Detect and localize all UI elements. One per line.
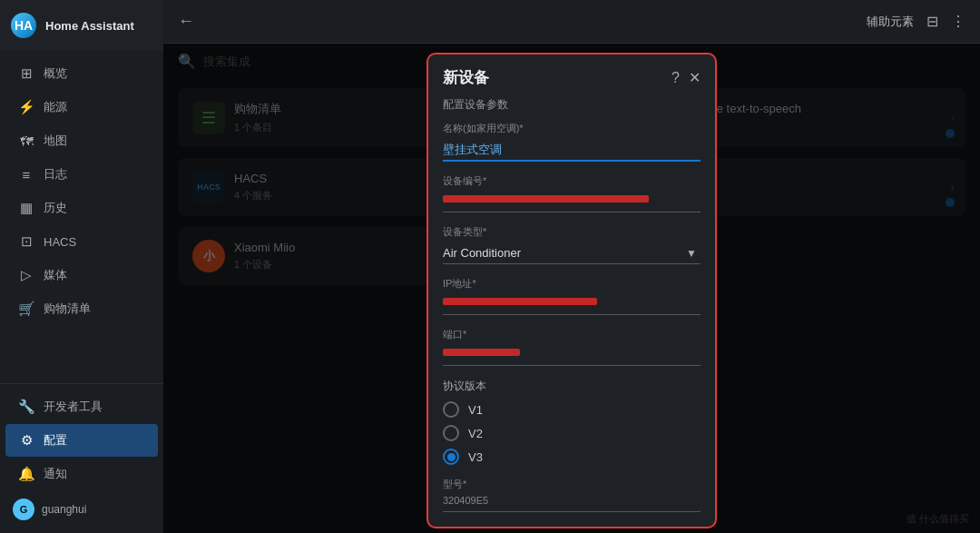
model-label: 型号*	[443, 478, 701, 491]
device-type-field-group: 设备类型* Air Conditioner Fan Heater ▼	[443, 225, 701, 264]
topbar-label: 辅助元素	[867, 14, 914, 30]
device-type-label: 设备类型*	[443, 225, 701, 239]
shopping-icon: 🛒	[18, 301, 34, 317]
sidebar-item-overview[interactable]: ⊞ 概览	[5, 57, 158, 90]
overview-icon: ⊞	[18, 65, 34, 82]
history-icon: ▦	[18, 200, 34, 216]
topbar-right: 辅助元素 ⊟ ⋮	[867, 13, 965, 30]
sidebar-item-label: 配置	[44, 432, 67, 449]
back-button[interactable]: ←	[178, 12, 194, 31]
name-field-group: 名称(如家用空调)*	[443, 122, 701, 162]
ip-redacted	[443, 298, 597, 305]
media-icon: ▷	[18, 267, 34, 283]
close-icon[interactable]: ✕	[689, 69, 701, 86]
energy-icon: ⚡	[18, 99, 34, 115]
sidebar-item-label: 媒体	[44, 267, 67, 283]
device-type-select-wrapper: Air Conditioner Fan Heater ▼	[443, 242, 701, 264]
main-content: ← 辅助元素 ⊟ ⋮ 🔍 ☰ 购物清单 1 个条目	[163, 0, 980, 533]
radio-circle-v1	[443, 401, 459, 418]
ip-label: IP地址*	[443, 277, 701, 291]
sidebar-item-energy[interactable]: ⚡ 能源	[5, 91, 158, 123]
sidebar-item-shopping[interactable]: 🛒 购物清单	[5, 292, 158, 325]
sidebar-item-notification[interactable]: 🔔 通知	[5, 458, 158, 490]
device-id-field-group: 设备编号*	[443, 174, 701, 212]
filter-icon[interactable]: ⊟	[926, 13, 938, 30]
modal-title: 新设备	[443, 67, 489, 88]
port-field-group: 端口*	[443, 328, 701, 366]
sidebar-item-developer[interactable]: 🔧 开发者工具	[5, 390, 158, 423]
help-icon[interactable]: ?	[671, 70, 680, 86]
sidebar-header: HA Home Assistant	[0, 0, 163, 51]
settings-icon: ⚙	[18, 432, 34, 449]
sidebar-user: G guanghui	[0, 491, 163, 528]
name-input[interactable]	[443, 139, 701, 162]
radio-circle-v2	[443, 425, 459, 441]
hacs-icon: ⊡	[18, 233, 34, 250]
modal-header-icons: ? ✕	[671, 69, 701, 86]
map-icon: 🗺	[18, 133, 34, 149]
radio-circle-v3	[443, 449, 459, 465]
app-title: Home Assistant	[45, 19, 134, 33]
protocol-v3[interactable]: V3	[443, 449, 701, 465]
sidebar-item-log[interactable]: ≡ 日志	[5, 158, 158, 191]
model-field-group: 型号* 320409E5	[443, 478, 701, 512]
ip-field-group: IP地址*	[443, 277, 701, 315]
new-device-modal: 新设备 ? ✕ 配置设备参数 名称(如家用空调)*	[426, 53, 717, 528]
sidebar-bottom: 🔧 开发者工具 ⚙ 配置 🔔 通知 G guanghui	[0, 383, 163, 533]
sidebar-item-label: 日志	[44, 166, 67, 183]
protocol-v3-label: V3	[468, 450, 483, 464]
sidebar-item-label: HACS	[44, 235, 76, 249]
menu-icon[interactable]: ⋮	[951, 13, 965, 30]
app-logo: HA	[11, 13, 36, 38]
protocol-v1-label: V1	[468, 403, 483, 417]
sidebar-item-settings[interactable]: ⚙ 配置	[5, 424, 158, 457]
sidebar-item-label: 地图	[44, 133, 67, 149]
protocol-title: 协议版本	[443, 379, 701, 394]
protocol-v2[interactable]: V2	[443, 425, 701, 441]
port-label: 端口*	[443, 328, 701, 341]
sidebar-item-media[interactable]: ▷ 媒体	[5, 259, 158, 291]
sidebar-item-history[interactable]: ▦ 历史	[5, 192, 158, 224]
content-area: 🔍 ☰ 购物清单 1 个条目 G Google	[163, 44, 980, 533]
name-label: 名称(如家用空调)*	[443, 122, 701, 135]
protocol-v2-label: V2	[468, 427, 483, 440]
sidebar-item-label: 通知	[44, 466, 67, 482]
username: guanghui	[42, 503, 86, 516]
device-type-select[interactable]: Air Conditioner Fan Heater	[443, 242, 701, 263]
log-icon: ≡	[18, 167, 34, 183]
protocol-v1[interactable]: V1	[443, 401, 701, 418]
sidebar-item-hacs[interactable]: ⊡ HACS	[5, 225, 158, 258]
sidebar-nav: ⊞ 概览 ⚡ 能源 🗺 地图 ≡ 日志 ▦ 历史 ⊡ HACS ▷ 媒体 🛒	[0, 51, 163, 383]
avatar: G	[13, 498, 34, 520]
sidebar-item-label: 开发者工具	[44, 399, 103, 415]
notification-icon: 🔔	[18, 466, 34, 482]
sidebar-item-map[interactable]: 🗺 地图	[5, 124, 158, 157]
topbar: ← 辅助元素 ⊟ ⋮	[163, 0, 980, 44]
modal-header: 新设备 ? ✕	[428, 54, 715, 94]
port-redacted	[443, 349, 520, 356]
sidebar: HA Home Assistant ⊞ 概览 ⚡ 能源 🗺 地图 ≡ 日志 ▦ …	[0, 0, 163, 533]
sidebar-item-label: 能源	[44, 99, 67, 115]
developer-icon: 🔧	[18, 399, 34, 415]
modal-overlay: 新设备 ? ✕ 配置设备参数 名称(如家用空调)*	[163, 44, 980, 533]
modal-section-title: 配置设备参数	[428, 94, 715, 122]
device-id-label: 设备编号*	[443, 174, 701, 188]
protocol-radio-group: V1 V2 V3	[443, 401, 701, 465]
sidebar-item-label: 概览	[44, 65, 67, 82]
protocol-section: 协议版本 V1 V2 V3	[443, 379, 701, 465]
sidebar-item-label: 历史	[44, 200, 67, 216]
modal-body: 名称(如家用空调)* 设备编号*	[428, 122, 715, 527]
device-id-redacted	[443, 195, 649, 202]
sidebar-item-label: 购物清单	[44, 301, 91, 317]
